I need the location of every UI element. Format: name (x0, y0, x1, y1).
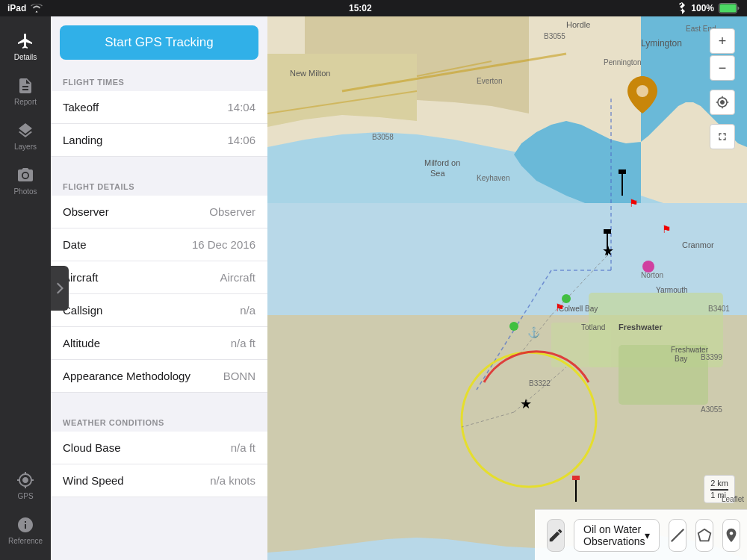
svg-text:⚑: ⚑ (555, 302, 565, 314)
svg-text:B3058: B3058 (372, 133, 394, 141)
date-value: 16 Dec 2016 (192, 238, 255, 251)
takeoff-value: 14:04 (227, 101, 255, 113)
sidebar-item-report[interactable]: Report (0, 69, 51, 113)
status-left: iPad (7, 3, 43, 13)
landing-label: Landing (63, 134, 102, 146)
svg-text:⚑: ⚑ (629, 197, 639, 209)
svg-text:A3055: A3055 (701, 405, 722, 414)
report-icon (16, 77, 34, 95)
svg-text:Freshwater: Freshwater (619, 323, 663, 332)
svg-text:B3401: B3401 (708, 305, 730, 313)
svg-text:⚑: ⚑ (662, 223, 672, 235)
map-area[interactable]: Lymington East End Hordle Pennington New… (267, 16, 747, 560)
wifi-icon (31, 4, 43, 13)
svg-point-64 (636, 85, 648, 97)
line-tool-button[interactable] (669, 519, 686, 552)
locate-button[interactable] (710, 90, 735, 115)
scale-2km: 2 km (710, 479, 728, 491)
altitude-value: n/a ft (231, 337, 255, 349)
clock: 15:02 (349, 3, 372, 13)
svg-rect-56 (619, 169, 626, 174)
details-label: Details (14, 53, 37, 61)
appearance-value: BONN (223, 370, 255, 382)
sidebar-item-layers[interactable]: Layers (0, 113, 51, 158)
svg-text:B3399: B3399 (701, 353, 722, 361)
callsign-value: n/a (240, 304, 255, 317)
svg-rect-1 (720, 4, 737, 13)
leaflet-label: Leaflet (722, 495, 744, 503)
pencil-button[interactable] (547, 519, 565, 552)
sidebar: Details Report Layers Photos G (0, 16, 51, 560)
section-gap-2 (51, 393, 267, 409)
svg-rect-54 (604, 229, 611, 234)
fullscreen-button[interactable] (710, 124, 735, 149)
main-panel: Start GPS Tracking FLIGHT TIMES Takeoff … (51, 16, 267, 560)
start-gps-button[interactable]: Start GPS Tracking (60, 25, 258, 60)
flight-details-header: FLIGHT DETAILS (51, 173, 267, 196)
layers-label: Layers (14, 143, 37, 151)
location-pin (627, 76, 657, 113)
date-row: Date 16 Dec 2016 (51, 228, 267, 261)
svg-text:Bay: Bay (675, 355, 687, 363)
zoom-out-button[interactable]: − (710, 55, 735, 81)
flight-times-header: FLIGHT TIMES (51, 69, 267, 91)
wind-speed-label: Wind Speed (63, 474, 124, 487)
svg-rect-58 (572, 476, 580, 480)
sidebar-item-details[interactable]: Details (0, 24, 51, 69)
cloud-base-label: Cloud Base (63, 441, 121, 454)
svg-text:Hordle: Hordle (566, 20, 590, 29)
date-label: Date (63, 238, 87, 251)
sidebar-item-photos[interactable]: Photos (0, 158, 51, 203)
svg-marker-66 (698, 529, 711, 541)
cloud-base-row: Cloud Base n/a ft (51, 432, 267, 464)
svg-rect-15 (619, 345, 708, 405)
dropdown-arrow-icon: ▾ (645, 529, 650, 541)
altitude-label: Altitude (63, 337, 100, 349)
svg-text:Cranmor: Cranmor (682, 240, 714, 249)
svg-text:Milford on: Milford on (424, 158, 460, 167)
line-icon (669, 527, 686, 544)
status-right: 100% (678, 2, 740, 14)
sidebar-item-reference[interactable]: Reference (0, 508, 51, 553)
svg-text:Keyhaven: Keyhaven (477, 174, 509, 182)
camera-icon (16, 167, 34, 184)
bottom-toolbar: Oil on Water Observations ▾ (535, 509, 747, 560)
svg-text:Norton: Norton (641, 271, 663, 279)
sidebar-bottom: GPS Reference (0, 463, 51, 560)
gps-label: GPS (17, 492, 33, 500)
polygon-tool-button[interactable] (695, 519, 713, 552)
appearance-label: Appearance Methodology (63, 370, 190, 382)
landing-row: Landing 14:06 (51, 124, 267, 157)
layers-icon (16, 122, 34, 140)
zoom-in-button[interactable]: + (710, 28, 735, 54)
observer-value: Observer (209, 205, 255, 218)
wind-speed-row: Wind Speed n/a knots (51, 464, 267, 497)
report-label: Report (14, 98, 37, 106)
photos-label: Photos (13, 187, 37, 196)
callsign-label: Callsign (63, 304, 102, 317)
status-bar: iPad 15:02 100% (0, 0, 747, 16)
pin-icon (723, 527, 740, 544)
aircraft-value: Aircraft (220, 271, 255, 284)
callsign-row: Callsign n/a (51, 294, 267, 327)
sidebar-collapse-btn[interactable] (51, 266, 69, 311)
wind-speed-value: n/a knots (210, 474, 255, 487)
svg-point-52 (642, 261, 654, 273)
observer-label: Observer (63, 205, 109, 218)
observation-label: Oil on Water Observations (583, 523, 645, 547)
pin-tool-button[interactable] (722, 519, 740, 552)
battery-icon (719, 3, 740, 13)
sidebar-item-gps[interactable]: GPS (0, 463, 51, 508)
map-controls: + − (710, 28, 735, 149)
svg-point-2 (23, 172, 28, 177)
bluetooth-icon (678, 2, 686, 14)
observation-dropdown[interactable]: Oil on Water Observations ▾ (574, 519, 660, 552)
gps-icon (16, 471, 34, 489)
weather-header: WEATHER CONDITIONS (51, 409, 267, 432)
map-background: Lymington East End Hordle Pennington New… (267, 16, 747, 560)
appearance-row: Appearance Methodology BONN (51, 360, 267, 393)
reference-label: Reference (8, 537, 43, 545)
takeoff-row: Takeoff 14:04 (51, 91, 267, 124)
takeoff-label: Takeoff (63, 101, 99, 113)
svg-text:New Milton: New Milton (290, 69, 330, 78)
